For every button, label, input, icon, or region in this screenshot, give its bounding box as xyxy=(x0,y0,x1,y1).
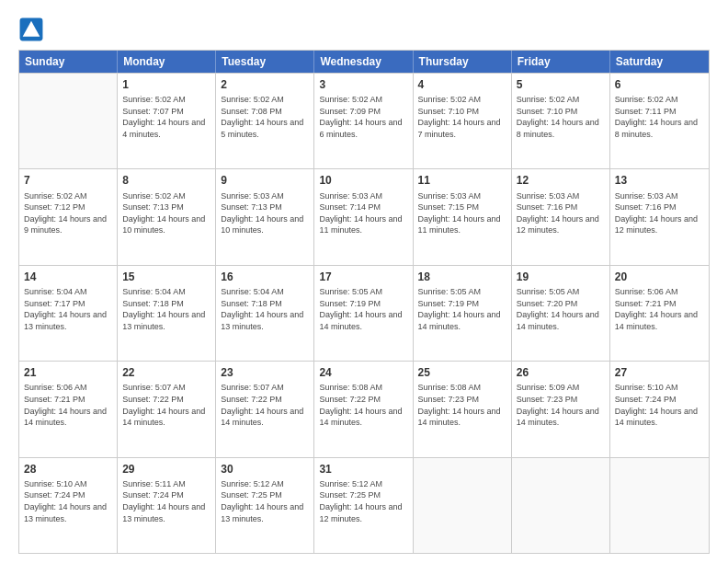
calendar-cell: 15 Sunrise: 5:04 AMSunset: 7:18 PMDaylig… xyxy=(118,266,216,361)
day-number: 24 xyxy=(319,365,407,380)
calendar-cell: 4 Sunrise: 5:02 AMSunset: 7:10 PMDayligh… xyxy=(414,74,512,168)
calendar-cell: 10 Sunrise: 5:03 AMSunset: 7:14 PMDaylig… xyxy=(314,169,413,264)
calendar-cell: 5 Sunrise: 5:02 AMSunset: 7:10 PMDayligh… xyxy=(512,74,610,168)
day-info: Sunrise: 5:07 AMSunset: 7:22 PMDaylight:… xyxy=(122,382,210,428)
calendar-cell: 6 Sunrise: 5:02 AMSunset: 7:11 PMDayligh… xyxy=(610,74,709,168)
day-info: Sunrise: 5:02 AMSunset: 7:12 PMDaylight:… xyxy=(24,190,112,236)
calendar-cell: 31 Sunrise: 5:12 AMSunset: 7:25 PMDaylig… xyxy=(314,458,413,553)
day-info: Sunrise: 5:03 AMSunset: 7:16 PMDaylight:… xyxy=(517,190,605,236)
calendar-cell: 28 Sunrise: 5:10 AMSunset: 7:24 PMDaylig… xyxy=(19,458,118,553)
header xyxy=(18,17,710,42)
day-info: Sunrise: 5:04 AMSunset: 7:18 PMDaylight:… xyxy=(221,286,309,332)
day-number: 5 xyxy=(517,77,605,92)
day-number: 16 xyxy=(221,270,309,284)
day-number: 15 xyxy=(122,270,210,284)
day-number: 1 xyxy=(122,77,210,92)
calendar-cell: 16 Sunrise: 5:04 AMSunset: 7:18 PMDaylig… xyxy=(216,266,314,361)
day-number: 31 xyxy=(319,462,407,477)
day-number: 27 xyxy=(615,365,704,380)
calendar-cell: 23 Sunrise: 5:07 AMSunset: 7:22 PMDaylig… xyxy=(216,362,314,456)
day-info: Sunrise: 5:02 AMSunset: 7:10 PMDaylight:… xyxy=(517,94,605,140)
day-info: Sunrise: 5:08 AMSunset: 7:23 PMDaylight:… xyxy=(418,382,506,428)
day-number: 11 xyxy=(418,173,506,188)
day-info: Sunrise: 5:02 AMSunset: 7:10 PMDaylight:… xyxy=(418,94,506,140)
day-number: 21 xyxy=(24,365,112,380)
calendar-row: 14 Sunrise: 5:04 AMSunset: 7:17 PMDaylig… xyxy=(19,265,709,361)
day-info: Sunrise: 5:12 AMSunset: 7:25 PMDaylight:… xyxy=(221,478,309,524)
day-info: Sunrise: 5:10 AMSunset: 7:24 PMDaylight:… xyxy=(24,478,112,524)
calendar-cell xyxy=(610,458,709,553)
day-info: Sunrise: 5:05 AMSunset: 7:19 PMDaylight:… xyxy=(418,286,506,332)
calendar-cell: 29 Sunrise: 5:11 AMSunset: 7:24 PMDaylig… xyxy=(118,458,216,553)
day-info: Sunrise: 5:04 AMSunset: 7:17 PMDaylight:… xyxy=(24,286,112,332)
calendar-cell: 12 Sunrise: 5:03 AMSunset: 7:16 PMDaylig… xyxy=(512,169,610,264)
calendar-row: 21 Sunrise: 5:06 AMSunset: 7:21 PMDaylig… xyxy=(19,361,709,456)
day-info: Sunrise: 5:09 AMSunset: 7:23 PMDaylight:… xyxy=(517,382,605,428)
day-number: 13 xyxy=(615,173,704,188)
calendar-cell: 11 Sunrise: 5:03 AMSunset: 7:15 PMDaylig… xyxy=(414,169,512,264)
calendar-cell: 14 Sunrise: 5:04 AMSunset: 7:17 PMDaylig… xyxy=(19,266,118,361)
day-info: Sunrise: 5:03 AMSunset: 7:13 PMDaylight:… xyxy=(221,190,309,236)
day-info: Sunrise: 5:02 AMSunset: 7:07 PMDaylight:… xyxy=(122,94,210,140)
calendar-cell xyxy=(19,74,118,168)
logo xyxy=(18,17,48,42)
day-number: 14 xyxy=(24,270,112,284)
calendar-body: 1 Sunrise: 5:02 AMSunset: 7:07 PMDayligh… xyxy=(19,73,709,553)
day-info: Sunrise: 5:08 AMSunset: 7:22 PMDaylight:… xyxy=(319,382,407,428)
day-info: Sunrise: 5:03 AMSunset: 7:14 PMDaylight:… xyxy=(319,190,407,236)
day-info: Sunrise: 5:06 AMSunset: 7:21 PMDaylight:… xyxy=(615,286,704,332)
day-info: Sunrise: 5:11 AMSunset: 7:24 PMDaylight:… xyxy=(122,478,210,524)
calendar-cell: 25 Sunrise: 5:08 AMSunset: 7:23 PMDaylig… xyxy=(414,362,512,456)
day-info: Sunrise: 5:03 AMSunset: 7:15 PMDaylight:… xyxy=(418,190,506,236)
day-number: 17 xyxy=(319,270,407,284)
day-info: Sunrise: 5:06 AMSunset: 7:21 PMDaylight:… xyxy=(24,382,112,428)
day-info: Sunrise: 5:07 AMSunset: 7:22 PMDaylight:… xyxy=(221,382,309,428)
day-info: Sunrise: 5:02 AMSunset: 7:08 PMDaylight:… xyxy=(221,94,309,140)
day-number: 23 xyxy=(221,365,309,380)
day-number: 8 xyxy=(122,173,210,188)
calendar-cell xyxy=(414,458,512,553)
day-number: 2 xyxy=(221,77,309,92)
calendar-row: 1 Sunrise: 5:02 AMSunset: 7:07 PMDayligh… xyxy=(19,73,709,168)
calendar-cell: 27 Sunrise: 5:10 AMSunset: 7:24 PMDaylig… xyxy=(610,362,709,456)
calendar-cell: 8 Sunrise: 5:02 AMSunset: 7:13 PMDayligh… xyxy=(118,169,216,264)
cal-header-day: Monday xyxy=(118,51,216,73)
calendar-cell: 13 Sunrise: 5:03 AMSunset: 7:16 PMDaylig… xyxy=(610,169,709,264)
day-number: 12 xyxy=(517,173,605,188)
day-number: 26 xyxy=(517,365,605,380)
day-number: 4 xyxy=(418,77,506,92)
day-info: Sunrise: 5:02 AMSunset: 7:11 PMDaylight:… xyxy=(615,94,704,140)
day-number: 28 xyxy=(24,462,112,477)
calendar-cell: 19 Sunrise: 5:05 AMSunset: 7:20 PMDaylig… xyxy=(512,266,610,361)
day-number: 18 xyxy=(418,270,506,284)
day-number: 6 xyxy=(615,77,704,92)
calendar-cell: 21 Sunrise: 5:06 AMSunset: 7:21 PMDaylig… xyxy=(19,362,118,456)
day-number: 3 xyxy=(319,77,407,92)
day-number: 9 xyxy=(221,173,309,188)
calendar-header: SundayMondayTuesdayWednesdayThursdayFrid… xyxy=(19,51,709,73)
day-number: 22 xyxy=(122,365,210,380)
day-number: 20 xyxy=(615,270,704,284)
calendar-cell: 24 Sunrise: 5:08 AMSunset: 7:22 PMDaylig… xyxy=(314,362,413,456)
calendar-cell: 17 Sunrise: 5:05 AMSunset: 7:19 PMDaylig… xyxy=(314,266,413,361)
logo-icon xyxy=(18,17,44,42)
calendar-row: 28 Sunrise: 5:10 AMSunset: 7:24 PMDaylig… xyxy=(19,457,709,553)
day-info: Sunrise: 5:10 AMSunset: 7:24 PMDaylight:… xyxy=(615,382,704,428)
cal-header-day: Wednesday xyxy=(314,51,413,73)
day-number: 19 xyxy=(517,270,605,284)
day-info: Sunrise: 5:02 AMSunset: 7:09 PMDaylight:… xyxy=(319,94,407,140)
cal-header-day: Thursday xyxy=(414,51,512,73)
calendar-cell: 22 Sunrise: 5:07 AMSunset: 7:22 PMDaylig… xyxy=(118,362,216,456)
calendar-cell: 18 Sunrise: 5:05 AMSunset: 7:19 PMDaylig… xyxy=(414,266,512,361)
day-info: Sunrise: 5:04 AMSunset: 7:18 PMDaylight:… xyxy=(122,286,210,332)
day-info: Sunrise: 5:05 AMSunset: 7:19 PMDaylight:… xyxy=(319,286,407,332)
cal-header-day: Tuesday xyxy=(216,51,314,73)
day-info: Sunrise: 5:03 AMSunset: 7:16 PMDaylight:… xyxy=(615,190,704,236)
calendar-row: 7 Sunrise: 5:02 AMSunset: 7:12 PMDayligh… xyxy=(19,168,709,264)
calendar-cell xyxy=(512,458,610,553)
calendar-cell: 1 Sunrise: 5:02 AMSunset: 7:07 PMDayligh… xyxy=(118,74,216,168)
day-info: Sunrise: 5:12 AMSunset: 7:25 PMDaylight:… xyxy=(319,478,407,524)
day-number: 30 xyxy=(221,462,309,477)
cal-header-day: Sunday xyxy=(19,51,118,73)
day-number: 7 xyxy=(24,173,112,188)
